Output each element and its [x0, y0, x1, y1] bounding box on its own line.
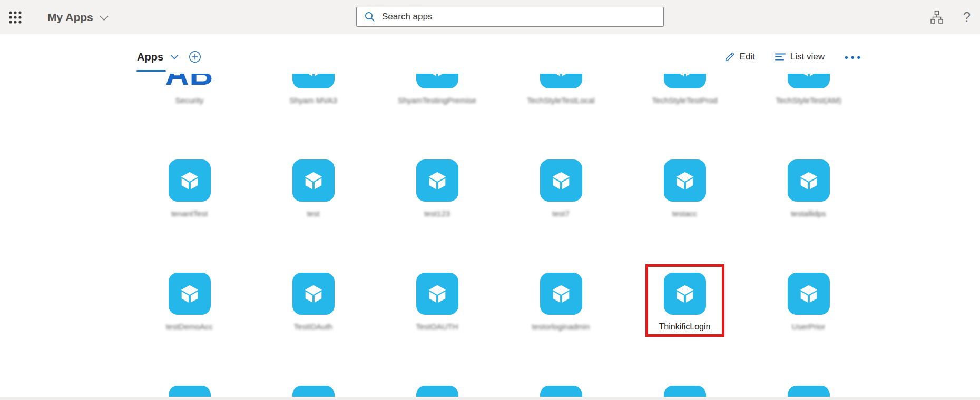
app-tile[interactable]: tenantTest	[128, 159, 251, 219]
cube-icon	[425, 282, 449, 306]
app-tile[interactable]: test7	[499, 159, 623, 219]
app-label: TestOAUTH	[416, 322, 458, 333]
apps-grid: AB Security Shyam MVA3	[0, 74, 980, 400]
cube-icon	[178, 168, 202, 193]
app-label: TechStyleTestLocal	[527, 96, 594, 106]
apps-chevron-down-icon[interactable]	[170, 54, 179, 59]
app-icon	[664, 74, 706, 88]
app-icon	[540, 159, 582, 202]
bottom-edge	[0, 397, 980, 400]
app-tile[interactable]: TechStyleTest(AM)	[747, 74, 870, 106]
app-label: TechStyleTest(AM)	[776, 96, 841, 106]
cube-icon	[797, 74, 821, 79]
app-label: test7	[552, 209, 570, 219]
apps-tab-header: Apps	[137, 51, 201, 63]
highlight-frame	[645, 264, 724, 337]
app-label: testDemoAcc	[166, 322, 213, 333]
app-icon	[169, 273, 211, 315]
cube-icon	[549, 168, 573, 193]
more-options-button[interactable]: •••	[845, 52, 863, 62]
app-icon	[292, 74, 335, 88]
app-tile[interactable]: testorloginadmin	[499, 273, 623, 333]
app-tile[interactable]: test	[251, 159, 375, 219]
cube-icon	[178, 282, 202, 306]
app-tile[interactable]: ShyamTestingPremise	[375, 74, 499, 106]
search-box[interactable]	[356, 7, 664, 27]
app-icon	[788, 159, 830, 202]
cube-icon	[549, 282, 573, 306]
app-label: TestIDAuth	[294, 322, 332, 333]
cube-icon	[425, 74, 449, 79]
org-chart-icon[interactable]	[929, 10, 944, 25]
app-tile[interactable]: testallidps	[747, 159, 870, 219]
app-icon	[292, 273, 335, 315]
tab-apps[interactable]: Apps	[137, 51, 163, 63]
cube-icon	[797, 282, 821, 306]
app-label: test	[307, 209, 319, 219]
app-logo-text: AB	[165, 74, 214, 88]
page-title: My Apps	[47, 11, 93, 24]
app-label: testallidps	[791, 209, 826, 219]
app-tile[interactable]: UserPrior	[747, 273, 870, 333]
cube-icon	[301, 282, 326, 306]
edit-button[interactable]: Edit	[724, 52, 755, 62]
cube-icon	[425, 168, 449, 193]
app-label: tenantTest	[171, 209, 208, 219]
app-tile[interactable]: TechStyleTestProd	[623, 74, 747, 106]
view-controls: Edit List view •••	[724, 52, 863, 62]
help-icon[interactable]: ?	[963, 9, 971, 25]
list-view-label: List view	[790, 52, 825, 62]
edit-label: Edit	[740, 52, 755, 62]
app-icon	[540, 74, 582, 88]
add-collection-icon[interactable]	[189, 51, 201, 63]
app-tile[interactable]: Shyam MVA3	[251, 74, 375, 106]
app-icon	[416, 74, 458, 88]
pencil-icon	[724, 52, 735, 62]
topbar: My Apps ?	[0, 0, 980, 34]
app-icon	[169, 159, 211, 202]
tile-row: tenantTest test	[128, 159, 870, 219]
cube-icon	[549, 74, 573, 79]
app-icon	[788, 273, 830, 315]
chevron-down-icon	[100, 11, 109, 24]
app-icon	[416, 159, 458, 202]
app-tile[interactable]: AB Security	[128, 74, 251, 106]
waffle-menu-icon[interactable]	[8, 11, 22, 24]
app-label: TechStyleTestProd	[652, 96, 717, 106]
search-icon	[364, 11, 376, 23]
topbar-right-icons: ?	[929, 0, 971, 34]
cube-icon	[797, 168, 821, 193]
app-label: testacc	[672, 209, 698, 219]
cube-icon	[673, 168, 697, 193]
app-icon	[292, 159, 335, 202]
app-icon	[664, 159, 706, 202]
app-icon	[416, 273, 458, 315]
app-tile[interactable]: TechStyleTestLocal	[499, 74, 623, 106]
app-label: Shyam MVA3	[289, 96, 337, 106]
app-label: testorloginadmin	[532, 322, 590, 333]
app-tile[interactable]: TestIDAuth	[251, 273, 375, 333]
app-icon	[540, 273, 582, 315]
cube-icon	[301, 168, 326, 193]
app-label: Security	[175, 96, 203, 106]
app-tile[interactable]: testacc	[623, 159, 747, 219]
app-tile[interactable]: TestOAUTH	[375, 273, 499, 333]
app-icon	[788, 74, 830, 88]
active-tab-indicator	[136, 70, 166, 72]
app-tile[interactable]: testDemoAcc	[128, 273, 251, 333]
tile-row: AB Security Shyam MVA3	[128, 74, 870, 106]
cube-icon	[301, 74, 326, 79]
app-label: test123	[424, 209, 450, 219]
cube-icon	[673, 74, 697, 79]
app-tile[interactable]: ThinkificLogin	[623, 273, 747, 333]
list-icon	[775, 53, 786, 61]
app-label: UserPrior	[792, 322, 825, 333]
search-input[interactable]	[382, 12, 656, 22]
app-label: ShyamTestingPremise	[398, 96, 476, 106]
app-tile[interactable]: test123	[375, 159, 499, 219]
list-view-button[interactable]: List view	[775, 52, 825, 62]
tile-row: testDemoAcc TestIDAuth	[128, 273, 870, 333]
app-title-dropdown[interactable]: My Apps	[47, 0, 109, 34]
